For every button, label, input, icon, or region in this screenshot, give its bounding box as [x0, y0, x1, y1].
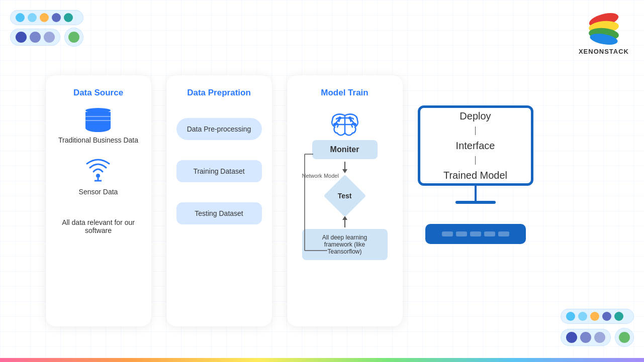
testing-dataset-item: Testing Dataset — [176, 202, 262, 224]
sensor-data-item: Sensor Data — [79, 157, 118, 196]
logo-icon — [584, 10, 624, 45]
training-dataset-item: Training Dataset — [176, 160, 262, 182]
dots-row-2 — [10, 29, 60, 46]
monitor-frame: Deploy Interface Trained Model — [418, 105, 533, 186]
data-preprocessing-item: Data Pre-processing — [176, 118, 262, 140]
svg-point-4 — [96, 174, 100, 178]
deploy-line2: Interface — [456, 138, 495, 154]
keyboard — [425, 224, 526, 244]
brain-icon — [327, 108, 362, 140]
data-source-card: Data Source Traditional Business Data — [46, 75, 151, 326]
all-data-item: All data relevant for our software — [56, 208, 141, 234]
data-source-title: Data Source — [73, 88, 123, 98]
bottom-dots-row-2 — [561, 328, 634, 347]
traditional-data-label: Traditional Business Data — [58, 136, 138, 144]
sensor-icon — [84, 157, 112, 184]
database-icon — [85, 108, 111, 132]
dl-framework-box: All deep learning framework (like Teanso… — [302, 229, 388, 260]
deploy-line3: Trained Model — [443, 167, 507, 183]
dots-row-1 — [10, 10, 83, 25]
bottom-dots-row-1 — [561, 309, 634, 324]
test-diamond: Test — [327, 178, 362, 213]
top-decorative-dots — [10, 10, 83, 47]
main-content: Data Source Traditional Business Data — [46, 75, 599, 326]
sensor-data-label: Sensor Data — [79, 188, 118, 196]
model-train-title: Model Train — [321, 88, 368, 98]
bottom-decorative-dots — [561, 309, 634, 347]
logo-text: XENONSTACK — [579, 48, 629, 55]
data-prep-title: Data Prepration — [187, 88, 251, 98]
logo: XENONSTACK — [579, 10, 629, 55]
bottom-gradient-bar — [0, 358, 644, 362]
deploy-section: Deploy Interface Trained Model — [418, 105, 533, 244]
monitor-box: Moniter — [312, 140, 378, 159]
traditional-data-item: Traditional Business Data — [58, 108, 138, 144]
deploy-line1: Deploy — [459, 108, 491, 124]
model-train-flow: Moniter Network Model Test — [300, 140, 390, 260]
model-train-card: Model Train — [287, 75, 403, 326]
all-data-label: All data relevant for our software — [56, 218, 141, 234]
data-prep-card: Data Prepration Data Pre-processing Trai… — [166, 75, 272, 326]
